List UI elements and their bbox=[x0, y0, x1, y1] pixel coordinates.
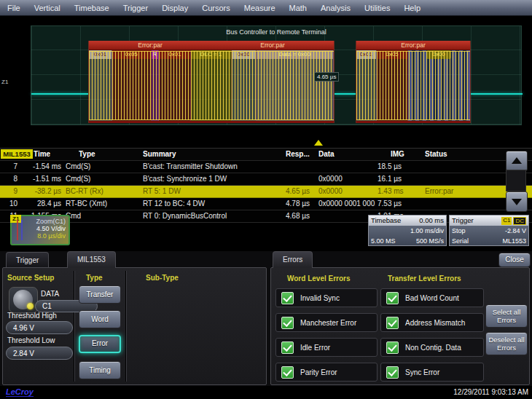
checkbox-checked-icon[interactable] bbox=[281, 292, 294, 304]
select-all-errors-button[interactable]: Select all Errors bbox=[485, 304, 528, 328]
cell-time: -1.54 ms bbox=[19, 161, 61, 173]
trigger-info-box[interactable]: Trigger C1 DC Stop -2.84 V Serial ML1553 bbox=[449, 215, 529, 246]
cell-type: RT-BC (Xmt) bbox=[66, 198, 138, 210]
col-header-time: Time bbox=[34, 149, 50, 160]
waveform-display[interactable]: Bus Controller to Remote Terminal Error:… bbox=[31, 25, 522, 125]
cell-img: 7.53 µs bbox=[378, 198, 423, 210]
trigger-level: -2.84 V bbox=[505, 226, 526, 236]
z1-tab: Z1 bbox=[10, 215, 21, 223]
scroll-down-button[interactable] bbox=[506, 191, 528, 212]
table-row[interactable]: 10 28.4 µs RT-BC (Xmt) RT 12 to BC: 4 DW… bbox=[0, 198, 532, 210]
type-timing-button[interactable]: Timing bbox=[79, 361, 121, 379]
cell-summary: RT 5: 1 DW bbox=[143, 186, 281, 197]
source-knob[interactable] bbox=[9, 287, 38, 313]
cell-resp: 4.78 µs bbox=[286, 198, 318, 210]
checkbox-non-contig-data[interactable]: Non Contig. Data bbox=[380, 338, 484, 357]
checkbox-checked-icon[interactable] bbox=[281, 366, 294, 379]
protocol-tag[interactable]: MIL1553 bbox=[1, 149, 33, 159]
zoom-trace-label: Z1 bbox=[1, 79, 8, 85]
checkbox-checked-icon[interactable] bbox=[386, 317, 399, 329]
type-word-button[interactable]: Word bbox=[79, 310, 121, 328]
type-heading: Type bbox=[86, 274, 103, 282]
trace-segment bbox=[31, 93, 88, 95]
cell-time: -1.51 ms bbox=[19, 173, 61, 185]
threshold-high-label: Threshold High bbox=[7, 312, 57, 320]
cell-num: 10 bbox=[0, 198, 17, 210]
cell-type: Cmd(S) bbox=[66, 161, 138, 173]
menu-item-timebase[interactable]: Timebase bbox=[74, 4, 109, 12]
cell-resp bbox=[286, 161, 318, 173]
table-row[interactable]: 8 -1.51 ms Cmd(S) B'cast: Synchronize 1 … bbox=[0, 173, 532, 186]
trigger-coupling-badge: DC bbox=[513, 217, 526, 225]
checkbox-checked-icon[interactable] bbox=[281, 317, 294, 329]
decoded-burst-1: Error:par Error:par 0x01 0x05 R 0x01 DLC… bbox=[88, 41, 335, 123]
lecroy-logo: LeCroy bbox=[6, 387, 34, 397]
checkbox-label: Bad Word Count bbox=[405, 294, 459, 302]
menu-bar: File Vertical Timebase Trigger Display C… bbox=[0, 0, 532, 16]
menu-item-display[interactable]: Display bbox=[162, 4, 188, 12]
checkbox-idle-error[interactable]: Idle Error bbox=[275, 338, 378, 357]
threshold-low-label: Threshold Low bbox=[7, 336, 55, 344]
checkbox-parity-error[interactable]: Parity Error bbox=[275, 363, 378, 382]
checkbox-bad-word-count[interactable]: Bad Word Count bbox=[380, 288, 484, 307]
word-level-heading: Word Level Errors bbox=[287, 274, 351, 283]
type-transfer-button[interactable]: Transfer bbox=[79, 285, 121, 304]
checkbox-label: Idle Error bbox=[300, 344, 330, 352]
col-header-data: Data bbox=[318, 149, 375, 160]
cell-img: 18.5 µs bbox=[378, 161, 423, 173]
menu-item-analysis[interactable]: Analysis bbox=[321, 4, 351, 12]
divider bbox=[74, 271, 74, 382]
checkbox-invalid-sync[interactable]: Invalid Sync bbox=[275, 288, 378, 307]
checkbox-label: Sync Error bbox=[405, 368, 439, 376]
cell-time: 28.4 µs bbox=[19, 198, 61, 210]
checkbox-sync-error[interactable]: Sync Error bbox=[380, 363, 484, 382]
decode-table: MIL1553 Time Type Summary Resp... Data I… bbox=[0, 148, 532, 223]
close-button[interactable]: Close bbox=[498, 253, 531, 267]
z1-trace-descriptor[interactable]: Z1 Zoom(C1) 4.50 V/div 8.0 µs/div bbox=[10, 215, 70, 245]
checkbox-label: Parity Error bbox=[300, 368, 337, 376]
checkbox-address-mismatch[interactable]: Address Mismatch bbox=[380, 313, 484, 332]
transfer-level-heading: Transfer Level Errors bbox=[388, 274, 461, 283]
table-row-selected[interactable]: 9 -38.2 µs BC-RT (Rx) RT 5: 1 DW 4.65 µs… bbox=[0, 186, 532, 198]
deselect-all-errors-button[interactable]: Deselect all Errors bbox=[485, 332, 528, 355]
scrollbar-track[interactable] bbox=[506, 170, 526, 191]
threshold-high-field[interactable]: 4.96 V bbox=[6, 321, 73, 334]
cell-num: 7 bbox=[0, 161, 17, 173]
trace-segment bbox=[471, 93, 523, 95]
trigger-mode: Stop bbox=[452, 226, 466, 236]
checkbox-checked-icon[interactable] bbox=[386, 366, 399, 379]
type-error-button[interactable]: Error bbox=[79, 335, 121, 353]
menu-item-help[interactable]: Help bbox=[404, 4, 420, 12]
cell-num: 8 bbox=[0, 173, 17, 185]
timebase-offset: 0.00 ms bbox=[419, 216, 444, 226]
menu-item-utilities[interactable]: Utilities bbox=[364, 4, 390, 12]
tab-mil1553[interactable]: MIL1553 bbox=[67, 251, 116, 268]
tab-trigger[interactable]: Trigger bbox=[6, 252, 49, 269]
trace-segment bbox=[335, 93, 356, 95]
burst-underline bbox=[89, 121, 334, 123]
timebase-info-box[interactable]: Timebase 0.00 ms 1.00 ms/div 5.00 MS 500… bbox=[368, 215, 447, 246]
checkbox-checked-icon[interactable] bbox=[386, 341, 399, 354]
threshold-low-field[interactable]: 2.84 V bbox=[6, 347, 73, 360]
checkbox-manchester-error[interactable]: Manchester Error bbox=[275, 313, 378, 332]
menu-item-trigger[interactable]: Trigger bbox=[123, 4, 148, 12]
error-banner-label: Error:par bbox=[138, 42, 163, 49]
checkbox-checked-icon[interactable] bbox=[281, 341, 294, 354]
error-banner-label: Error:par bbox=[260, 42, 285, 49]
tab-errors[interactable]: Errors bbox=[273, 251, 313, 268]
menu-item-file[interactable]: File bbox=[7, 4, 20, 12]
cell-img: 16.1 µs bbox=[378, 173, 423, 185]
checkbox-checked-icon[interactable] bbox=[386, 292, 399, 304]
timebase-rate: 500 MS/s bbox=[416, 236, 444, 246]
col-header-type: Type bbox=[79, 149, 95, 160]
menu-item-vertical[interactable]: Vertical bbox=[34, 4, 60, 12]
trigger-type-value: ML1553 bbox=[502, 236, 526, 246]
menu-item-cursors[interactable]: Cursors bbox=[202, 4, 230, 12]
error-banner-label: Error:par bbox=[401, 42, 426, 49]
scroll-up-button[interactable] bbox=[506, 151, 528, 171]
table-row[interactable]: 7 -1.54 ms Cmd(S) B'cast: Transmitter Sh… bbox=[0, 161, 532, 173]
timebase-title: Timebase bbox=[371, 216, 401, 226]
menu-item-math[interactable]: Math bbox=[289, 4, 307, 12]
cell-type: Cmd(S) bbox=[66, 173, 138, 185]
menu-item-measure[interactable]: Measure bbox=[244, 4, 275, 12]
